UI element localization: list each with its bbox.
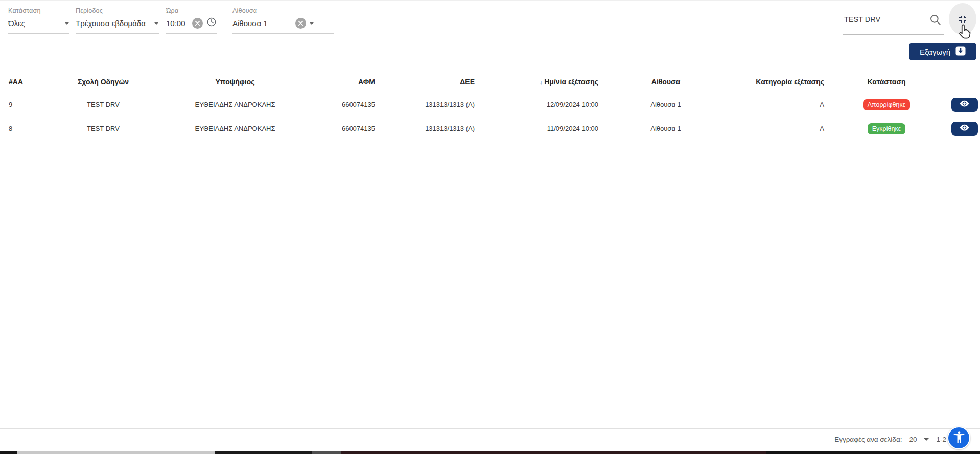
cell-dee: 131313/1313 (Α) xyxy=(375,117,475,141)
cell-candidate: ΕΥΘΕΙΑΔΗΣ ΑΝΔΡΟΚΛΗΣ xyxy=(149,117,321,141)
paginator: Εγγραφές ανα σελίδα: 20 1-2 xyxy=(0,428,980,451)
eye-icon xyxy=(960,100,969,109)
col-header-actions xyxy=(949,72,980,93)
search-value[interactable]: TEST DRV xyxy=(844,15,880,24)
cell-exam-date: 12/09/2024 10:00 xyxy=(475,93,598,117)
clear-icon[interactable] xyxy=(295,18,306,29)
eye-icon xyxy=(960,124,969,133)
sort-desc-icon[interactable]: ↓ xyxy=(540,78,543,86)
filter-time-value[interactable]: 10:00 xyxy=(166,19,192,28)
page-size-value[interactable]: 20 xyxy=(909,436,917,443)
view-details-button[interactable] xyxy=(951,122,978,136)
table-row[interactable]: 9 TEST DRV ΕΥΘΕΙΑΔΗΣ ΑΝΔΡΟΚΛΗΣ 660074135… xyxy=(0,93,980,117)
filter-status-label: Κατάσταση xyxy=(8,7,69,14)
cell-dee: 131313/1313 (Α) xyxy=(375,93,475,117)
cell-category: Α xyxy=(733,93,824,117)
cell-exam-date: 11/09/2024 10:00 xyxy=(475,117,598,141)
filter-time[interactable]: Ώρα 10:00 xyxy=(166,7,217,34)
col-header-category[interactable]: Κατηγορία εξέτασης xyxy=(733,72,824,93)
cell-category: Α xyxy=(733,117,824,141)
filter-period[interactable]: Περίοδος Τρέχουσα εβδομάδα xyxy=(76,7,159,34)
filter-period-label: Περίοδος xyxy=(76,7,159,14)
status-badge: Εγκρίθηκε xyxy=(868,123,905,134)
collapse-view-icon[interactable] xyxy=(956,13,969,26)
clock-icon[interactable] xyxy=(206,16,217,30)
col-header-afm[interactable]: ΑΦΜ xyxy=(321,72,375,93)
filter-room-value[interactable]: Αίθουσα 1 xyxy=(232,19,295,28)
cell-candidate: ΕΥΘΕΙΑΔΗΣ ΑΝΔΡΟΚΛΗΣ xyxy=(149,93,321,117)
filter-room[interactable]: Αίθουσα Αίθουσα 1 xyxy=(232,7,334,34)
view-details-button[interactable] xyxy=(951,98,978,112)
cell-aa: 9 xyxy=(0,93,57,117)
col-header-exam-date[interactable]: ↓Ημ/νία εξέτασης xyxy=(475,72,598,93)
cell-school: TEST DRV xyxy=(57,93,149,117)
col-header-dee[interactable]: ΔΕΕ xyxy=(375,72,475,93)
table-row[interactable]: 8 TEST DRV ΕΥΘΕΙΑΔΗΣ ΑΝΔΡΟΚΛΗΣ 660074135… xyxy=(0,117,980,141)
export-button[interactable]: Εξαγωγή xyxy=(909,43,976,60)
cell-afm: 660074135 xyxy=(321,117,375,141)
exams-table: #AA Σχολή Οδηγών Υποψήφιος ΑΦΜ ΔΕΕ ↓Ημ/ν… xyxy=(0,72,980,141)
chevron-down-icon[interactable] xyxy=(64,22,69,25)
filter-status-value[interactable]: Όλες xyxy=(8,19,64,28)
page-range: 1-2 xyxy=(936,436,946,443)
chevron-down-icon[interactable] xyxy=(309,22,314,25)
export-button-label: Εξαγωγή xyxy=(920,48,950,56)
export-download-icon xyxy=(955,46,966,57)
status-badge: Απορρίφθηκε xyxy=(863,99,911,110)
cell-room: Αίθουσα 1 xyxy=(598,117,733,141)
filter-status[interactable]: Κατάσταση Όλες xyxy=(8,7,69,34)
chevron-down-icon[interactable] xyxy=(924,438,929,441)
accessibility-person-icon xyxy=(952,430,966,446)
filter-time-label: Ώρα xyxy=(166,7,217,14)
page: Κατάσταση Όλες Περίοδος Τρέχουσα εβδομάδ… xyxy=(0,0,980,454)
cell-afm: 660074135 xyxy=(321,93,375,117)
filter-room-label: Αίθουσα xyxy=(232,7,334,14)
page-size-select[interactable]: 20 xyxy=(909,436,929,443)
cell-room: Αίθουσα 1 xyxy=(598,93,733,117)
table-header-row: #AA Σχολή Οδηγών Υποψήφιος ΑΦΜ ΔΕΕ ↓Ημ/ν… xyxy=(0,72,980,93)
col-header-school[interactable]: Σχολή Οδηγών xyxy=(57,72,149,93)
filter-period-value[interactable]: Τρέχουσα εβδομάδα xyxy=(76,19,154,28)
top-border xyxy=(0,0,980,1)
accessibility-widget-button[interactable] xyxy=(947,426,970,449)
col-header-status[interactable]: Κατάσταση xyxy=(824,72,949,93)
clear-icon[interactable] xyxy=(192,18,203,29)
bottom-window-strip xyxy=(0,451,980,454)
col-header-room[interactable]: Αίθουσα xyxy=(598,72,733,93)
search-icon[interactable] xyxy=(929,13,942,29)
col-header-aa[interactable]: #AA xyxy=(0,72,57,93)
page-size-label: Εγγραφές ανα σελίδα: xyxy=(834,436,902,443)
cell-aa: 8 xyxy=(0,117,57,141)
chevron-down-icon[interactable] xyxy=(154,22,159,25)
col-header-candidate[interactable]: Υποψήφιος xyxy=(149,72,321,93)
cell-school: TEST DRV xyxy=(57,117,149,141)
